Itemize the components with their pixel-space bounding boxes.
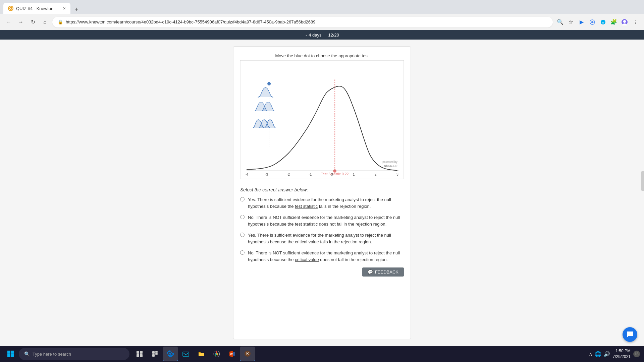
forward-button[interactable]: → [16, 17, 25, 27]
radio-option-1[interactable] [240, 197, 245, 201]
answer-label-1[interactable]: Yes. There is sufficient evidence for th… [248, 196, 404, 209]
svg-rect-15 [137, 354, 139, 357]
address-bar[interactable]: 🔒 https://www.knewton.com/learn/course/4… [52, 17, 553, 27]
option3-link[interactable]: critical value [295, 239, 319, 244]
taskbar-search-bar[interactable]: 🔍 Type here to search [19, 348, 129, 360]
test-statistic-label: Test Statistic 0.22 [321, 172, 349, 176]
answer-label-2[interactable]: No. There is NOT sufficient evidence for… [248, 214, 404, 227]
taskbar-right-area: ∧ 🌐 🔊 1:50 PM 7/29/2021 16 [589, 348, 640, 360]
x-label-2: 2 [375, 172, 377, 176]
mail-taskbar-button[interactable] [178, 347, 193, 361]
option1-link[interactable]: test statistic [295, 204, 318, 209]
desmos-text: desmos [384, 164, 397, 168]
tab-title: QUIZ #4 - Knewton [16, 6, 60, 11]
scroll-handle[interactable] [641, 171, 644, 191]
svg-rect-17 [152, 351, 155, 354]
radio-option-4[interactable] [240, 250, 245, 255]
taskbar-datetime[interactable]: 1:50 PM 7/29/2021 [613, 348, 631, 360]
option4-link[interactable]: critical value [295, 257, 319, 262]
back-button[interactable]: ← [4, 17, 13, 27]
progress-indicator: 12/20 [328, 33, 339, 38]
chart-container: Move the blue dot to choose the appropri… [240, 53, 404, 180]
taskbar-date-text: 7/29/2021 [613, 354, 631, 360]
svg-rect-13 [137, 351, 139, 354]
knewton-taskbar-button[interactable]: K [240, 347, 255, 361]
option1-text-after: falls in the rejection region. [318, 204, 371, 209]
x-label-neg2: -2 [287, 172, 290, 176]
svg-rect-16 [140, 354, 143, 357]
days-remaining: ~ 4 days [305, 33, 322, 38]
extension1-icon-btn[interactable] [588, 17, 597, 27]
option2-link[interactable]: test statistic [295, 222, 318, 227]
file-explorer-taskbar-button[interactable] [194, 347, 209, 361]
taskbar-time-text: 1:50 PM [613, 348, 631, 354]
refresh-button[interactable]: ↻ [28, 17, 38, 27]
taskbar-search-text: Type here to search [33, 352, 71, 357]
extension3-icon-btn[interactable]: 🧩 [609, 17, 619, 27]
answer-option-1: Yes. There is sufficient evidence for th… [240, 196, 404, 209]
svg-text:S: S [602, 21, 604, 24]
radio-option-2[interactable] [240, 215, 245, 219]
lock-icon: 🔒 [58, 19, 63, 24]
feedback-section: 💬 FEEDBACK [240, 267, 404, 277]
radio-option-3[interactable] [240, 233, 245, 237]
taskbar-search-icon: 🔍 [24, 351, 30, 357]
chrome-taskbar-button[interactable] [209, 347, 224, 361]
svg-point-6 [623, 20, 626, 23]
svg-rect-20 [152, 354, 155, 357]
widgets-button[interactable] [148, 347, 162, 361]
tab-favicon: K [8, 6, 13, 11]
svg-rect-12 [11, 354, 14, 357]
tray-network-icon[interactable]: 🌐 [595, 351, 601, 357]
browser-chrome: K QUIZ #4 - Knewton × + ← → ↻ ⌂ 🔒 https:… [0, 0, 644, 40]
svg-text:W: W [230, 353, 233, 356]
feedback-icon: 💬 [368, 269, 373, 275]
nav-icon-group: 🔍 ☆ ▶ S 🧩 ⋮ [555, 17, 640, 27]
x-label-neg3: -3 [265, 172, 268, 176]
task-view-button[interactable] [132, 347, 147, 361]
selector-icon-3[interactable] [253, 120, 275, 128]
blue-dot-draggable[interactable] [267, 82, 271, 85]
search-icon-btn[interactable]: 🔍 [555, 17, 565, 27]
tab-close-button[interactable]: × [63, 6, 66, 11]
nav-bar: ← → ↻ ⌂ 🔒 https://www.knewton.com/learn/… [0, 14, 644, 30]
system-tray: ∧ 🌐 🔊 [589, 351, 610, 357]
edge-browser-taskbar-button[interactable] [163, 347, 178, 361]
home-button[interactable]: ⌂ [40, 17, 50, 27]
bookmark-icon-btn[interactable]: ☆ [566, 17, 576, 27]
svg-rect-21 [183, 352, 189, 356]
x-label-neg1: -1 [309, 172, 312, 176]
quiz-card: Move the blue dot to choose the appropri… [233, 46, 411, 339]
answer-label-4[interactable]: No. There is NOT sufficient evidence for… [248, 250, 404, 263]
statistics-chart[interactable]: Test Statistic 0.22 -4 -3 -2 -1 0 1 2 3 [240, 60, 404, 179]
answer-label-3[interactable]: Yes. There is sufficient evidence for th… [248, 232, 404, 245]
extension2-icon-btn[interactable]: S [598, 17, 608, 27]
powered-by-text: powered by [382, 160, 397, 164]
svg-text:K: K [10, 7, 11, 10]
feedback-button[interactable]: 💬 FEEDBACK [362, 267, 404, 277]
profile-icon-btn[interactable] [620, 17, 629, 27]
select-correct-label: Select the correct answer below: [240, 187, 404, 192]
svg-rect-18 [155, 351, 158, 353]
play-icon-btn[interactable]: ▶ [577, 17, 586, 27]
tray-volume-icon[interactable]: 🔊 [603, 351, 610, 357]
tray-chevron[interactable]: ∧ [589, 351, 593, 357]
new-tab-button[interactable]: + [72, 5, 81, 14]
x-label-3: 3 [396, 172, 398, 176]
x-label-1: 1 [353, 172, 355, 176]
svg-rect-14 [140, 351, 143, 354]
taskbar: 🔍 Type here to search [0, 346, 644, 362]
taskbar-app-icons: W K [132, 347, 255, 361]
tab-bar: K QUIZ #4 - Knewton × + [0, 0, 644, 14]
browser-tab-active[interactable]: K QUIZ #4 - Knewton × [3, 3, 70, 14]
start-button[interactable] [4, 347, 17, 361]
svg-text:K: K [246, 352, 249, 356]
url-text: https://www.knewton.com/learn/course/4e0… [66, 19, 547, 24]
chat-bubble-button[interactable] [623, 327, 637, 342]
x-label-0: 0 [331, 172, 333, 176]
notification-area[interactable]: 16 [633, 351, 640, 357]
office-taskbar-button[interactable]: W [225, 347, 239, 361]
menu-icon-btn[interactable]: ⋮ [631, 17, 640, 27]
svg-rect-10 [11, 351, 14, 354]
answer-section: Select the correct answer below: Yes. Th… [240, 187, 404, 277]
